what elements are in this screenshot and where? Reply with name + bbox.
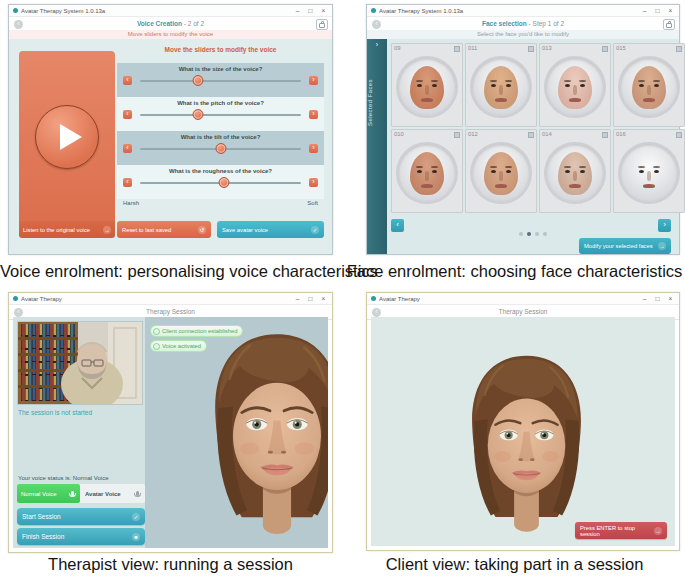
maximize-button[interactable]: □ [304, 294, 317, 304]
titlebar: Avatar Therapy System 1.0.13a – □ × [9, 5, 332, 16]
face-tile[interactable]: 011 [465, 43, 537, 127]
figure: Avatar Therapy System 1.0.13a – □ × ‹ Vo… [0, 0, 685, 577]
minimize-button[interactable]: – [638, 294, 651, 304]
modify-selected-faces-button[interactable]: Modify your selected faces → [579, 238, 671, 254]
check-icon: ✓ [132, 513, 140, 521]
minimize-button[interactable]: – [291, 294, 304, 304]
close-button[interactable]: × [317, 294, 330, 304]
face-tile[interactable]: 09 [391, 43, 463, 127]
face-checkbox[interactable] [528, 132, 534, 138]
face-tile[interactable]: 013 [539, 43, 611, 127]
next-page-button[interactable]: › [658, 219, 671, 232]
slider-track[interactable] [140, 80, 301, 82]
back-button[interactable]: ‹ [14, 308, 23, 317]
face-image [472, 144, 530, 202]
therapist-webcam-video [17, 321, 143, 405]
pagination-dot[interactable] [519, 232, 523, 236]
face-image [546, 58, 604, 116]
titlebar: Avatar Therapy – □ × [9, 293, 332, 304]
back-button[interactable]: ‹ [372, 308, 381, 317]
page-title: Face selection - Step 1 of 2 [387, 17, 659, 31]
face-checkbox[interactable] [454, 46, 460, 52]
slider-knob[interactable] [192, 109, 203, 120]
client-session-window: Avatar Therapy – □ × ‹ Therapy Session P… [366, 292, 680, 551]
finish-session-button[interactable]: Finish Session ■ [17, 528, 145, 545]
pagination-dot[interactable] [543, 232, 547, 236]
app-icon [13, 8, 18, 13]
decrease-button[interactable]: ‹ [123, 110, 132, 119]
slider-knob[interactable] [215, 143, 226, 154]
client-connection-icon [153, 328, 160, 335]
lock-icon [319, 23, 325, 28]
avatar-face [189, 329, 328, 548]
window-title: Avatar Therapy System 1.0.13a [21, 8, 291, 14]
slider-track[interactable] [140, 148, 301, 150]
app-icon [371, 296, 376, 301]
face-image [398, 58, 456, 116]
increase-button[interactable]: › [309, 178, 318, 187]
close-button[interactable]: × [664, 6, 677, 16]
increase-button[interactable]: › [309, 76, 318, 85]
listen-original-voice-button[interactable]: Listen to the original voice → [19, 221, 115, 238]
lock-button[interactable] [316, 19, 328, 30]
start-session-button[interactable]: Start Session ✓ [17, 508, 145, 525]
reset-button[interactable]: Reset to last saved ↺ [117, 221, 211, 238]
decrease-button[interactable]: ‹ [123, 76, 132, 85]
minimize-button[interactable]: – [291, 6, 304, 16]
therapist-session-window: Avatar Therapy – □ × ‹ Therapy Session C… [8, 292, 333, 553]
play-button[interactable] [35, 105, 99, 169]
slider-track[interactable] [140, 114, 301, 116]
back-button[interactable]: ‹ [372, 20, 381, 29]
increase-button[interactable]: › [309, 144, 318, 153]
client-content: Press ENTER to stop session → [371, 317, 675, 546]
face-tile[interactable]: 015 [613, 43, 685, 127]
stop-session-button[interactable]: Press ENTER to stop session → [575, 522, 667, 539]
slider-knob[interactable] [192, 75, 203, 86]
maximize-button[interactable]: □ [651, 294, 664, 304]
play-panel [19, 51, 115, 221]
face-tile[interactable]: 016 [613, 129, 685, 213]
face-checkbox[interactable] [676, 46, 682, 52]
caption-voice-enrolment: Voice enrolment: personalising voice cha… [0, 262, 341, 281]
caption-client-view: Client view: taking part in a session [344, 555, 685, 574]
titlebar: Avatar Therapy System 1.0.13a – □ × [367, 5, 679, 16]
face-image [620, 58, 678, 116]
therapist-content: Client connection established Voice acti… [13, 317, 328, 548]
face-checkbox[interactable] [602, 46, 608, 52]
normal-voice-button[interactable]: Normal Voice [17, 484, 80, 503]
minimize-button[interactable]: – [638, 6, 651, 16]
increase-button[interactable]: › [309, 110, 318, 119]
maximize-button[interactable]: □ [651, 6, 664, 16]
maximize-button[interactable]: □ [304, 6, 317, 16]
window-title: Avatar Therapy System 1.0.13a [379, 8, 638, 14]
decrease-button[interactable]: ‹ [123, 144, 132, 153]
slider-track[interactable] [140, 182, 301, 184]
save-avatar-voice-button[interactable]: Save avatar voice ✓ [217, 221, 324, 238]
lock-button[interactable] [663, 19, 675, 30]
close-button[interactable]: × [317, 6, 330, 16]
face-checkbox[interactable] [528, 46, 534, 52]
sidebar-label: Selected Faces [367, 53, 387, 153]
face-checkbox[interactable] [454, 132, 460, 138]
face-image [472, 58, 530, 116]
back-button[interactable]: ‹ [14, 20, 23, 29]
microphone-icon [136, 491, 139, 496]
face-selection-window: Avatar Therapy System 1.0.13a – □ × ‹ Fa… [366, 4, 680, 255]
face-checkbox[interactable] [676, 132, 682, 138]
connection-status-badge: Client connection established [150, 325, 243, 337]
pagination-dot[interactable] [535, 232, 539, 236]
arrow-right-icon: → [654, 527, 662, 535]
selected-faces-sidebar[interactable]: › Selected Faces [367, 39, 387, 254]
face-checkbox[interactable] [602, 132, 608, 138]
face-tile[interactable]: 010 [391, 129, 463, 213]
close-button[interactable]: × [664, 294, 677, 304]
avatar-voice-button[interactable]: Avatar Voice [81, 484, 145, 503]
voice-activated-icon [153, 343, 160, 350]
voice-creation-window: Avatar Therapy System 1.0.13a – □ × ‹ Vo… [8, 4, 333, 255]
decrease-button[interactable]: ‹ [123, 178, 132, 187]
face-tile[interactable]: 012 [465, 129, 537, 213]
expand-icon[interactable]: › [367, 41, 387, 48]
pagination-dot-active[interactable] [527, 232, 531, 236]
slider-knob[interactable] [218, 177, 229, 188]
face-tile[interactable]: 014 [539, 129, 611, 213]
